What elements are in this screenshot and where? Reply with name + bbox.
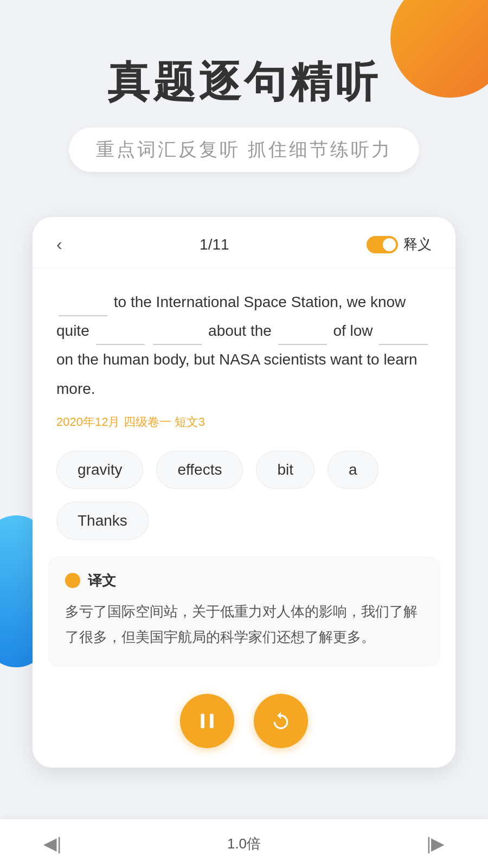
blank-5 xyxy=(379,344,428,345)
back-button[interactable]: ‹ xyxy=(56,234,62,254)
translation-text: 多亏了国际空间站，关于低重力对人体的影响，我们了解了很多，但美国宇航局的科学家们… xyxy=(65,599,423,650)
svg-rect-0 xyxy=(201,714,204,729)
header-section: 真题逐句精听 重点词汇反复听 抓住细节练听力 xyxy=(0,54,488,172)
word-chip-thanks[interactable]: Thanks xyxy=(56,502,149,540)
next-button[interactable]: |▶ xyxy=(427,833,445,854)
word-chip-a[interactable]: a xyxy=(328,451,378,489)
blank-4 xyxy=(278,344,327,345)
fill-text: to the International Space Station, we k… xyxy=(56,288,432,403)
playback-controls xyxy=(33,683,455,768)
toggle-area: 释义 xyxy=(367,235,432,254)
word-chip-effects[interactable]: effects xyxy=(156,451,243,489)
definition-toggle[interactable] xyxy=(367,236,398,253)
pause-button[interactable] xyxy=(180,694,234,748)
replay-button[interactable] xyxy=(254,694,308,748)
speed-label: 1.0倍 xyxy=(227,834,261,853)
blank-1 xyxy=(59,315,107,316)
replay-icon xyxy=(270,710,292,732)
pause-icon xyxy=(196,710,218,732)
word-chip-bit[interactable]: bit xyxy=(256,451,314,489)
svg-rect-1 xyxy=(210,714,214,729)
card-header: ‹ 1/11 释义 xyxy=(33,217,455,268)
fill-content: to the International Space Station, we k… xyxy=(33,268,455,445)
meta-info: 2020年12月 四级卷一 短文3 xyxy=(56,414,432,430)
bottom-bar: ◀| 1.0倍 |▶ xyxy=(0,819,488,868)
translation-icon xyxy=(65,573,80,588)
page-indicator: 1/11 xyxy=(200,236,229,253)
blank-3 xyxy=(153,344,202,345)
toggle-label: 释义 xyxy=(403,235,432,254)
main-card: ‹ 1/11 释义 to the International Space Sta… xyxy=(33,217,455,768)
word-chips-container: gravity effects bit a Thanks xyxy=(33,445,455,551)
main-title: 真题逐句精听 xyxy=(33,54,455,111)
translation-header: 译文 xyxy=(65,571,423,590)
word-chip-gravity[interactable]: gravity xyxy=(56,451,143,489)
translation-title: 译文 xyxy=(88,571,116,590)
subtitle-text: 重点词汇反复听 抓住细节练听力 xyxy=(69,127,419,172)
prev-button[interactable]: ◀| xyxy=(43,833,61,854)
blank-2 xyxy=(96,344,145,345)
translation-box: 译文 多亏了国际空间站，关于低重力对人体的影响，我们了解了很多，但美国宇航局的科… xyxy=(48,556,440,667)
